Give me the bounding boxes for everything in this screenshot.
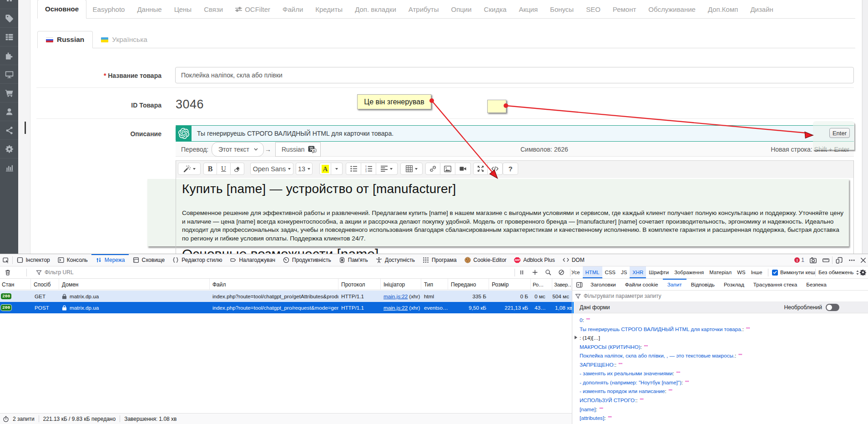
- sidebar-item-extensions[interactable]: [0, 46, 18, 65]
- initiator-link[interactable]: main.js:22: [384, 305, 408, 311]
- devtools-tab-3[interactable]: Сховище: [129, 254, 169, 266]
- ordered-list-button[interactable]: 123: [361, 163, 376, 175]
- sidebar-item-marketing[interactable]: [0, 121, 18, 139]
- devtools-menu-button[interactable]: [845, 254, 858, 266]
- underline-button[interactable]: U: [217, 163, 231, 175]
- table-button[interactable]: [400, 163, 423, 175]
- param-row[interactable]: - заменять их реальными значениями:"": [572, 368, 868, 378]
- network-request-row[interactable]: 200 GET matrix.dp.ua index.php?route=too…: [0, 291, 572, 302]
- disable-cache-checkbox[interactable]: Вимкнути кеш: [772, 269, 815, 276]
- tab-бонусы[interactable]: Бонусы: [544, 0, 580, 18]
- insert-link-button[interactable]: [425, 163, 440, 175]
- tab-цены[interactable]: Цены: [168, 0, 198, 18]
- code-view-button[interactable]: [488, 163, 503, 175]
- filter-type-зображення[interactable]: Зображення: [671, 266, 707, 278]
- column-header[interactable]: Завер…: [552, 279, 572, 290]
- responsive-mode-button[interactable]: [833, 254, 845, 266]
- throttling-select[interactable]: Без обмежень: [816, 269, 862, 276]
- magic-style-button[interactable]: [178, 163, 201, 175]
- devtools-tab-6[interactable]: Продуктивність: [279, 254, 335, 266]
- devtools-tab-0[interactable]: Інспектор: [13, 254, 54, 266]
- filter-type-усе[interactable]: Усе: [569, 266, 583, 278]
- bold-button[interactable]: B: [203, 163, 217, 175]
- devtools-tab-2[interactable]: Мережа: [91, 254, 129, 266]
- param-row[interactable]: : (14)[…]: [572, 333, 868, 342]
- tab-атрибуты[interactable]: Атрибуты: [402, 0, 445, 18]
- page-scrollbar[interactable]: [862, 0, 868, 254]
- generated-content-panel[interactable]: Купить [name] — устройство от [manufactu…: [147, 179, 849, 246]
- sidebar-item-sales[interactable]: [0, 83, 18, 102]
- filter-type-js[interactable]: JS: [618, 266, 630, 278]
- sidebar-item-design[interactable]: [0, 65, 18, 83]
- clear-requests-button[interactable]: [2, 266, 14, 278]
- collapse-details-button[interactable]: [572, 279, 586, 291]
- column-header[interactable]: Спосіб: [31, 279, 59, 290]
- form-data-section-header[interactable]: Дані форми Необроблений: [572, 302, 868, 313]
- sidebar-item-system[interactable]: [0, 139, 18, 158]
- tab-связи[interactable]: Связи: [198, 0, 229, 18]
- params-filter-input[interactable]: Фільтрувати параметри запиту: [572, 291, 868, 302]
- column-header[interactable]: Протокол: [338, 279, 381, 290]
- param-row[interactable]: ЗАПРЕЩЕНО::"": [572, 360, 868, 369]
- add-request-button[interactable]: [529, 266, 541, 278]
- translate-source-select[interactable]: Этот текст: [212, 142, 264, 157]
- devtools-tab-11[interactable]: ABPAdblock Plus: [510, 254, 559, 266]
- details-tab-0[interactable]: Заголовки: [586, 279, 621, 290]
- sidebar-item-categories[interactable]: [0, 27, 18, 46]
- tab-файли[interactable]: Файли: [277, 0, 309, 18]
- param-row[interactable]: [attributes]:"": [572, 413, 868, 422]
- pick-element-button[interactable]: [0, 254, 12, 266]
- param-row[interactable]: Ты генерируешь СТРОГО ВАЛИДНЫЙ HTML для …: [572, 324, 868, 333]
- param-row[interactable]: Поклейка наліпок, скла або плівки, , — э…: [572, 351, 868, 360]
- devtools-tab-4[interactable]: Редактор стилю: [169, 254, 226, 266]
- devtools-tab-12[interactable]: DOM: [559, 254, 588, 266]
- tab-language-russian[interactable]: Russian: [37, 31, 93, 48]
- filter-type-ws[interactable]: WS: [734, 266, 748, 278]
- insert-video-button[interactable]: [455, 163, 471, 175]
- help-button[interactable]: ?: [503, 163, 518, 175]
- tab-easyphoto[interactable]: Easyphoto: [86, 0, 131, 18]
- filter-type-інше[interactable]: Інше: [748, 266, 765, 278]
- search-button[interactable]: [542, 266, 554, 278]
- tab-ocfilter[interactable]: OCFilter: [229, 0, 277, 18]
- param-row[interactable]: - изменять порядок или написание:"": [572, 386, 868, 395]
- sidebar-item-customers[interactable]: [0, 102, 18, 121]
- filter-type-xhr[interactable]: XHR: [630, 266, 646, 278]
- devtools-tab-1[interactable]: Консоль: [54, 254, 91, 266]
- highlight-color-button[interactable]: A: [319, 163, 331, 175]
- unordered-list-button[interactable]: [346, 163, 361, 175]
- filter-type-шрифти[interactable]: Шрифти: [646, 266, 671, 278]
- highlight-color-dropdown[interactable]: [331, 163, 343, 175]
- tab-language-ukrainian[interactable]: Українська: [93, 31, 156, 48]
- details-tab-2[interactable]: Запит: [663, 279, 686, 290]
- devtools-tab-7[interactable]: Пам'ять: [335, 254, 372, 266]
- network-settings-button[interactable]: [857, 266, 868, 278]
- network-request-row[interactable]: 200 POST matrix.dp.ua index.php?route=to…: [0, 302, 572, 313]
- tab-обслуживание[interactable]: Обслуживание: [642, 0, 702, 18]
- devtools-tab-9[interactable]: Програма: [419, 254, 460, 266]
- clear-style-button[interactable]: [231, 163, 244, 175]
- column-header[interactable]: Ро…: [531, 279, 552, 290]
- column-header[interactable]: Домен: [59, 279, 210, 290]
- raw-toggle[interactable]: [826, 304, 839, 311]
- param-row[interactable]: МАКРОСЫ (КРИТИЧНО):"": [572, 342, 868, 351]
- sidebar-item-dashboard[interactable]: [0, 0, 18, 5]
- devtools-close-button[interactable]: [858, 254, 868, 266]
- screenshot-button[interactable]: [807, 254, 819, 266]
- expand-arrow-icon[interactable]: [575, 336, 577, 339]
- param-row[interactable]: ИСПОЛЬЗУЙ СТРОГО::"": [572, 395, 868, 404]
- param-row[interactable]: - дополнять (например: "Ноутбук [name]")…: [572, 378, 868, 387]
- filter-type-css[interactable]: CSS: [602, 266, 618, 278]
- insert-image-button[interactable]: [440, 163, 455, 175]
- font-family-select[interactable]: Open Sans: [250, 163, 293, 175]
- tab-акция[interactable]: Акция: [513, 0, 544, 18]
- column-header[interactable]: Розмір: [489, 279, 531, 290]
- details-tab-5[interactable]: Трасування стека: [749, 279, 802, 290]
- sticky-note[interactable]: Це він згенерував: [357, 94, 431, 109]
- paragraph-align-button[interactable]: [376, 163, 398, 175]
- tab-данные[interactable]: Данные: [131, 0, 168, 18]
- fullscreen-button[interactable]: [473, 163, 488, 175]
- sidebar-item-reports[interactable]: [0, 158, 18, 177]
- tab-скидка[interactable]: Скидка: [478, 0, 513, 18]
- devtools-tab-8[interactable]: Доступність: [372, 254, 419, 266]
